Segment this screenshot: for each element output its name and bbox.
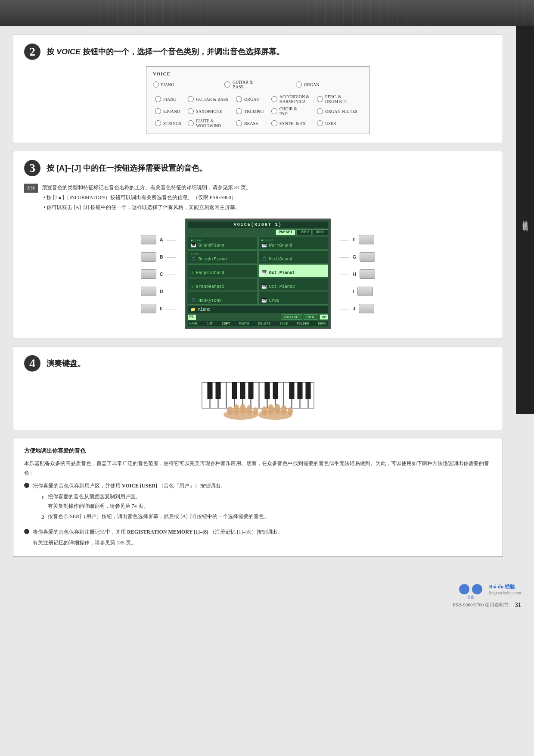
cp80-name: 🎹 CP80 (261, 298, 279, 303)
btn-label-i: I (353, 289, 354, 294)
voice-grand-harpsi[interactable]: ♩ GrandHarpsi (188, 278, 258, 291)
info-btn[interactable]: INFO. (304, 314, 318, 320)
piano2-btn[interactable] (155, 96, 161, 102)
voice-item-strings[interactable]: STRINGS (155, 120, 183, 126)
footer-bottom: PSR-S900/S700 使用说明书 31 (453, 602, 521, 609)
voice-item-synth-fx[interactable]: SYNTH. & FX (271, 120, 313, 126)
menu-save[interactable]: SAVE (279, 322, 288, 325)
voice-item-user[interactable]: USER (317, 120, 361, 126)
hw-btn-i[interactable] (357, 287, 373, 296)
tab-usb1[interactable]: USB1 (313, 229, 328, 235)
btn-row-h: —— H (340, 266, 376, 282)
lcd-menu-row: NAME CUT COPY PASTE DELETE SAVE FOLDER D… (188, 321, 328, 326)
voice-item-organ-flutes[interactable]: ORGAN FLUTES (317, 108, 361, 114)
hw-btn-g[interactable] (360, 252, 375, 262)
page-footer: 百度 Bai du 经验 jingyan.baidu.com PSR-S900/… (0, 574, 534, 613)
voice-screen-container: A —— B —— C —— D —— (24, 219, 492, 329)
hw-btn-d[interactable] (141, 287, 156, 296)
organ2-btn[interactable] (236, 96, 242, 102)
voice-midi-grand[interactable]: 🎵 MidiGrand (258, 250, 328, 263)
bullet-1: 把你喜爱的音色保存到用户区，并使用 VOICE [USER] （音色「用户」）按… (24, 481, 492, 522)
section-4-title: 演奏键盘。 (47, 359, 85, 368)
voice-oct-piano1[interactable]: 🎹 Oct.Piano1 (258, 264, 328, 277)
sub-num-1: 1 (41, 492, 44, 502)
bullet-1-suffix: （音色「用户」）按钮调出。 (158, 483, 226, 489)
menu-delete[interactable]: DELETE (258, 322, 270, 325)
choir-pad-btn[interactable] (271, 108, 277, 114)
voice-item-epiano[interactable]: E.PIANO (155, 108, 183, 114)
hw-btn-c[interactable] (141, 269, 156, 279)
btn-row-e: E —— (141, 300, 176, 317)
voice-item-brass[interactable]: BRASS (236, 120, 267, 126)
strings-btn[interactable] (155, 120, 161, 126)
svg-point-26 (227, 406, 233, 415)
section-2-box: 2 按 VOICE 按钮中的一个，选择一个音色类别，并调出音色选择屏幕。 VOI… (13, 34, 503, 143)
voice-item-saxophone[interactable]: SAXOPHONE (188, 108, 232, 114)
menu-folder[interactable]: FOLDER (297, 322, 309, 325)
brass-btn[interactable] (236, 120, 242, 126)
organ-flutes-label: ORGAN FLUTES (325, 109, 357, 114)
trumpet-btn[interactable] (236, 108, 242, 114)
menu-demo[interactable]: DEMO (318, 322, 326, 325)
voiceset-btn[interactable]: VOICESET (282, 314, 302, 320)
organ-btn[interactable] (296, 81, 302, 87)
voice-item-choir-pad[interactable]: CHOIR &PAD (271, 106, 313, 116)
hw-btn-e[interactable] (141, 304, 156, 313)
voice-item-organ[interactable]: ORGAN (296, 80, 363, 89)
guitar-bass-btn[interactable] (224, 81, 230, 87)
voice-item-trumpet[interactable]: TRUMPET (236, 108, 267, 114)
synth-fx-btn[interactable] (271, 120, 277, 126)
voice-harpsichord[interactable]: ♩ Harpsichord (188, 264, 258, 277)
tab-preset[interactable]: PRESET (276, 229, 295, 235)
voice-honkytonk[interactable]: 🎵 HonkyTonk (188, 292, 258, 305)
voice-bright-piano[interactable]: Live! 🎵 BrightPiano (188, 250, 258, 263)
menu-name[interactable]: NAME (189, 322, 198, 325)
note-text-1: 预置音色的类型和特征标记在音色名称的上方。有关音色特征的详细说明，请参见第 83… (42, 184, 251, 191)
flute-woodwind-btn[interactable] (188, 120, 194, 126)
voice-cp80[interactable]: 🎹 CP80 (258, 292, 328, 305)
voice-item-perc-drum[interactable]: PERC. &DRUM KIT (317, 94, 361, 104)
menu-copy[interactable]: COPY (222, 322, 230, 325)
hw-btn-f[interactable] (359, 235, 374, 244)
voice-warm-grand[interactable]: ■Live! 🎹 WarmGrand (258, 237, 328, 250)
hw-btn-j[interactable] (359, 304, 374, 313)
user-label: USER (325, 121, 336, 126)
voice-item-guitar-bass[interactable]: GUITAR &BASS (224, 80, 292, 89)
menu-paste[interactable]: PASTE (239, 322, 249, 325)
voice-item-piano[interactable]: PIANO (153, 80, 220, 89)
up-btn[interactable]: UP (320, 314, 328, 320)
sub-text-1-note: 有关复制操作的详细说明，请参见第 74 页。 (48, 502, 149, 511)
info-box: 方便地调出你喜爱的音色 本乐器配备众多的高品质音色，覆盖了非常广泛的音色范围，使… (13, 438, 503, 557)
bullet-2-content: 将你喜爱的音色保存到注册记忆中，并用 REGISTRATION MEMORY [… (33, 528, 283, 548)
voice-grand-piano[interactable]: ■Live! 🎹 GrandPiano (188, 237, 258, 250)
epiano-btn[interactable] (155, 108, 161, 114)
hw-btn-h[interactable] (360, 269, 375, 279)
page-number: 31 (515, 602, 521, 609)
svg-point-36 (459, 584, 469, 594)
voice-item-piano2[interactable]: PIANO (155, 96, 183, 102)
guitar-btn[interactable] (188, 96, 194, 102)
organ-flutes-btn[interactable] (317, 108, 323, 114)
perc-drum-btn[interactable] (317, 96, 323, 102)
synth-fx-label: SYNTH. & FX (279, 121, 306, 126)
btn-label-e: E (160, 306, 163, 311)
accordion-btn[interactable] (271, 96, 277, 102)
voice-item-flute-woodwind[interactable]: FLUTE &WOODWIND (188, 119, 232, 128)
section-3-box: 3 按 [A]–[J] 中的任一按钮选择需要设置的音色。 方注 预置音色的类型和… (13, 151, 503, 338)
saxophone-btn[interactable] (188, 108, 194, 114)
svg-point-31 (261, 406, 267, 415)
voice-item-guitar[interactable]: GUITAR & BASS (188, 96, 232, 102)
user-btn[interactable] (317, 120, 323, 126)
tab-user[interactable]: USER (296, 229, 312, 235)
sub-text-2: 按音色 [USER]（用户）按钮，调出音色选择屏幕，然后按 [A]–[J] 按钮… (48, 512, 270, 522)
btn-row-i: —— I (340, 283, 376, 300)
lcd-voice-grid: ■Live! 🎹 GrandPiano ■Live! 🎹 WarmGrand L… (188, 237, 328, 305)
piano-label: PIANO (161, 82, 174, 87)
hw-btn-a[interactable] (141, 235, 156, 244)
voice-item-organ2[interactable]: ORGAN (236, 96, 267, 102)
menu-cut[interactable]: CUT (207, 322, 213, 325)
piano-btn[interactable] (153, 81, 159, 87)
voice-oct-piano2[interactable]: 🎹 Oct.Piano2 (258, 278, 328, 291)
voice-item-accordion-harmonica[interactable]: ACCORDION &HARMONICA (271, 94, 313, 104)
hw-btn-b[interactable] (141, 252, 156, 262)
